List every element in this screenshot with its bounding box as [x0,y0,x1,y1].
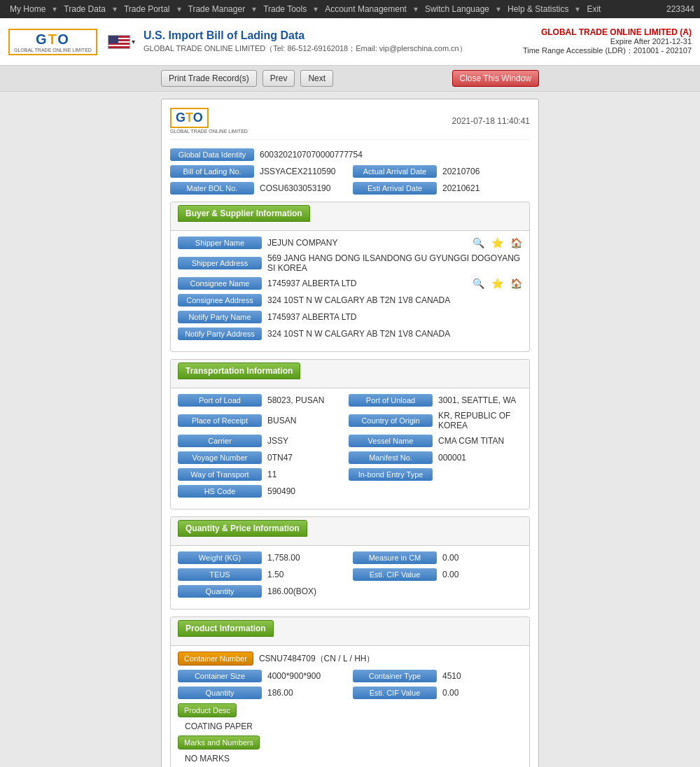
consignee-name-row: Consignee Name 1745937 ALBERTA LTD 🔍 ⭐ 🏠 [178,277,522,290]
weight-label: Weight (KG) [178,551,262,564]
product-desc-value: COATING PAPER [185,722,522,731]
product-quantity-row: Quantity 186.00 Esti. CIF Value 0.00 [178,687,522,699]
country-origin-value: KR, REPUBLIC OF KOREA [438,411,522,430]
esti-cif-value: 0.00 [442,570,522,579]
product-section: Product Information Container Number CSN… [170,617,530,767]
way-transport-label: Way of Transport [178,468,262,481]
notify-party-name-value: 1745937 ALBERTA LTD [267,312,522,322]
product-desc-value-row: COATING PAPER [178,722,522,731]
shipper-name-row: Shipper Name JEJUN COMPANY 🔍 ⭐ 🏠 [178,237,522,249]
consignee-star-icon[interactable]: ⭐ [491,278,503,289]
place-receipt-label: Place of Receipt [178,414,262,427]
marks-numbers-value: NO MARKS [185,754,522,764]
flag-dropdown-arrow[interactable]: ▾ [132,38,135,45]
manifest-value: 000001 [438,453,522,463]
next-button-top[interactable]: Next [300,70,333,87]
quantity-price-header: Quantity & Price Information [171,517,529,546]
top-toolbar: Print Trade Record(s) Prev Next Close Th… [0,66,700,92]
esti-arrival-label: Esti Arrival Date [353,182,437,195]
consignee-address-label: Consignee Address [178,294,262,307]
voyage-label: Voyage Number [178,451,262,464]
teus-value: 1.50 [267,570,347,579]
transportation-header: Transportation Information [171,360,529,388]
global-data-identity-row: Global Data Identity 6003202107070000777… [170,148,530,161]
account-expire: Expire After 2021-12-31 [523,37,692,45]
way-transport-row: Way of Transport 11 In-bond Entry Type [178,468,522,481]
flag-area[interactable]: ▾ [108,35,135,49]
consignee-name-label: Consignee Name [178,277,262,290]
marks-row: Marks and Numbers [178,736,522,750]
consignee-home-icon[interactable]: 🏠 [510,278,522,289]
record-card: GTO GLOBAL TRADE ONLINE LIMITED 2021-07-… [161,99,539,767]
manifest-label: Manifest No. [349,451,433,464]
nav-my-home[interactable]: My Home [6,3,50,15]
account-range: Time Range Accessible (LDR)：201001 - 202… [523,45,692,56]
bol-label: Bill of Lading No. [170,165,254,178]
logo-text: GTO [36,31,70,48]
port-load-value: 58023, PUSAN [267,395,343,405]
buyer-supplier-header: Buyer & Supplier Information [171,202,529,231]
notify-party-name-row: Notify Party Name 1745937 ALBERTA LTD [178,311,522,323]
nav-account-management[interactable]: Account Management [321,3,411,15]
nav-switch-language[interactable]: Switch Language [421,3,493,15]
container-number-button[interactable]: Container Number [178,652,253,666]
container-size-value: 4000*900*900 [267,671,347,681]
shipper-home-icon[interactable]: 🏠 [510,237,522,248]
prev-button-top[interactable]: Prev [262,70,295,87]
quantity-price-section: Quantity & Price Information Weight (KG)… [170,516,530,610]
product-desc-button[interactable]: Product Desc [178,703,237,717]
actual-arrival-label: Actual Arrival Date [353,165,437,178]
consignee-address-value: 324 10ST N W CALGARY AB T2N 1V8 CANADA [267,295,522,305]
shipper-star-icon[interactable]: ⭐ [491,237,503,248]
measure-cm-label: Measure in CM [353,551,437,564]
vessel-name-label: Vessel Name [349,435,433,447]
notify-party-name-label: Notify Party Name [178,311,262,323]
container-type-label: Container Type [353,670,437,682]
nav-trade-portal[interactable]: Trade Portal [120,3,174,15]
top-navigation: My Home ▾ Trade Data ▾ Trade Portal ▾ Tr… [0,0,700,18]
way-transport-value: 11 [267,470,343,479]
carrier-value: JSSY [267,436,343,446]
nav-trade-manager[interactable]: Trade Manager [184,3,250,15]
card-header: GTO GLOBAL TRADE ONLINE LIMITED 2021-07-… [170,108,530,140]
shipper-address-value: 569 JANG HANG DONG ILSANDONG GU GYUNGGI … [267,253,522,273]
port-unload-label: Port of Unload [349,394,433,407]
product-quantity-value: 186.00 [267,688,347,698]
close-button-top[interactable]: Close This Window [452,70,539,87]
carrier-label: Carrier [178,435,262,447]
container-number-row: Container Number CSNU7484709（CN / L / HH… [178,652,522,666]
account-id: 223344 [666,4,694,14]
consignee-search-icon[interactable]: 🔍 [472,278,484,289]
nav-items: My Home ▾ Trade Data ▾ Trade Portal ▾ Tr… [6,3,605,15]
notify-party-address-label: Notify Party Address [178,328,262,340]
weight-row: Weight (KG) 1,758.00 Measure in CM 0.00 [178,551,522,564]
place-receipt-value: BUSAN [267,416,343,425]
product-desc-row: Product Desc [178,703,522,717]
nav-help-statistics[interactable]: Help & Statistics [503,3,573,15]
inbond-label: In-bond Entry Type [349,468,433,481]
card-logo-sub: GLOBAL TRADE ONLINE LIMITED [170,129,248,134]
print-button-top[interactable]: Print Trade Record(s) [161,70,257,87]
shipper-search-icon[interactable]: 🔍 [472,237,484,248]
voyage-row: Voyage Number 0TN47 Manifest No. 000001 [178,451,522,464]
hs-code-row: HS Code 590490 [178,485,522,498]
teus-label: TEUS [178,568,262,581]
nav-trade-data[interactable]: Trade Data [59,3,110,15]
product-esti-cif-label: Esti. CIF Value [353,687,437,699]
container-type-value: 4510 [442,671,522,681]
country-origin-label: Country of Origin [349,414,433,427]
weight-value: 1,758.00 [267,553,347,563]
main-content: GTO GLOBAL TRADE ONLINE LIMITED 2021-07-… [0,92,700,767]
place-receipt-row: Place of Receipt BUSAN Country of Origin… [178,411,522,430]
bol-value: JSSYACEX2110590 [260,167,347,176]
measure-cm-value: 0.00 [442,553,522,563]
nav-exit[interactable]: Exit [582,3,605,15]
product-esti-cif-value: 0.00 [442,688,522,698]
teus-row: TEUS 1.50 Esti. CIF Value 0.00 [178,568,522,581]
buyer-supplier-title: Buyer & Supplier Information [178,205,310,222]
shipper-address-label: Shipper Address [178,257,262,269]
nav-trade-tools[interactable]: Trade Tools [259,3,311,15]
page-subtitle: GLOBAL TRADE ONLINE LIMITED（Tel: 86-512-… [144,43,523,54]
quantity-row: Quantity 186.00(BOX) [178,585,522,598]
marks-numbers-button[interactable]: Marks and Numbers [178,736,260,750]
